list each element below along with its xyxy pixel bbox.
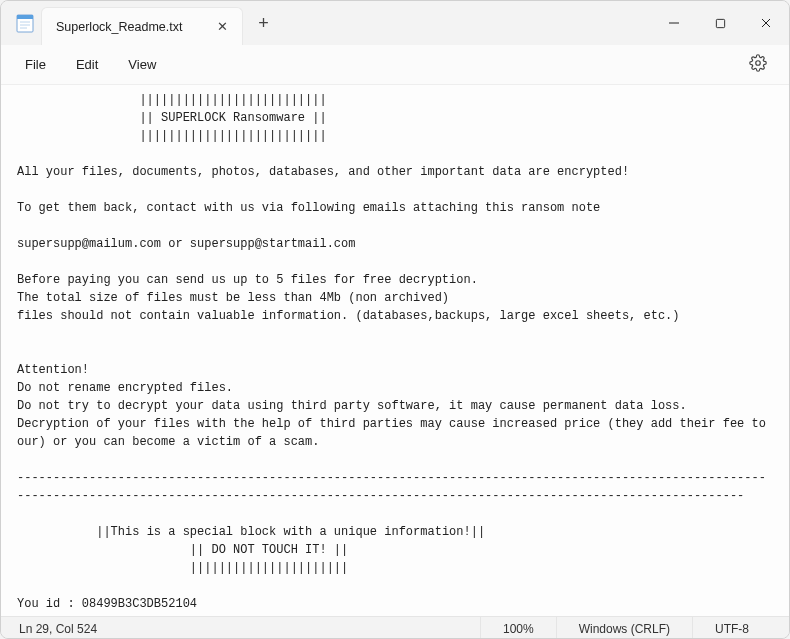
status-right-group: 100% Windows (CRLF) UTF-8 bbox=[480, 617, 771, 640]
titlebar: Superlock_Readme.txt ✕ + bbox=[1, 1, 789, 45]
notepad-icon bbox=[1, 1, 41, 45]
tab-title: Superlock_Readme.txt bbox=[56, 20, 182, 34]
status-encoding[interactable]: UTF-8 bbox=[692, 617, 771, 640]
svg-point-9 bbox=[756, 60, 761, 65]
text-editor-content[interactable]: |||||||||||||||||||||||||| || SUPERLOCK … bbox=[1, 85, 789, 616]
new-tab-button[interactable]: + bbox=[243, 1, 283, 45]
window-controls bbox=[651, 1, 789, 45]
status-line-ending[interactable]: Windows (CRLF) bbox=[556, 617, 692, 640]
maximize-button[interactable] bbox=[697, 1, 743, 45]
menubar: File Edit View bbox=[1, 45, 789, 85]
status-position: Ln 29, Col 524 bbox=[19, 622, 480, 636]
gear-icon[interactable] bbox=[739, 48, 777, 82]
close-button[interactable] bbox=[743, 1, 789, 45]
status-zoom[interactable]: 100% bbox=[480, 617, 556, 640]
tab-close-icon[interactable]: ✕ bbox=[212, 19, 232, 34]
menu-view[interactable]: View bbox=[116, 51, 168, 78]
statusbar: Ln 29, Col 524 100% Windows (CRLF) UTF-8 bbox=[1, 616, 789, 639]
titlebar-spacer bbox=[283, 1, 651, 45]
svg-rect-6 bbox=[716, 19, 724, 27]
tab-active[interactable]: Superlock_Readme.txt ✕ bbox=[41, 7, 243, 45]
menu-file[interactable]: File bbox=[13, 51, 58, 78]
svg-rect-1 bbox=[17, 15, 33, 19]
minimize-button[interactable] bbox=[651, 1, 697, 45]
menu-edit[interactable]: Edit bbox=[64, 51, 110, 78]
